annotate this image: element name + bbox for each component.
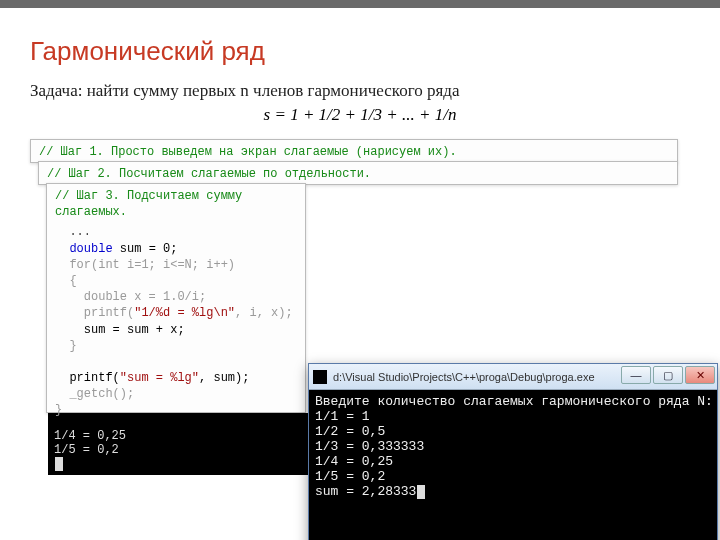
console-back-line: 1/5 = 0,2 [54,443,119,457]
code-keyword: double [69,242,112,256]
console-line: 1/2 = 0,5 [315,424,385,439]
layers: // Шаг 1. Просто выведем на экран слагае… [30,139,690,499]
console-line: sum = 2,28333 [315,484,416,499]
code-line: double x = 1.0/i; [55,290,206,304]
console-body: Введите количество слагаемых гармоническ… [309,390,717,503]
window-buttons: — ▢ ✕ [619,366,715,384]
step3-comment: // Шаг 3. Подсчитаем сумму слагаемых. [55,189,242,219]
step1-comment: // Шаг 1. Просто выведем на экран слагае… [39,145,457,159]
task-text: Задача: найти сумму первых n членов гарм… [30,81,690,101]
app-icon [313,370,327,384]
console-window: d:\Visual Studio\Projects\C++\proga\Debu… [308,363,718,540]
code-text: , i, x); [235,306,293,320]
code-text: printf( [55,306,134,320]
window-titlebar[interactable]: d:\Visual Studio\Projects\C++\proga\Debu… [309,364,717,390]
code3-body: ... double sum = 0; for(int i=1; i<=N; i… [55,224,297,418]
code-text: sum = 0; [113,242,178,256]
code-step2: // Шаг 2. Посчитаем слагаемые по отдельн… [38,161,678,185]
top-accent-bar [0,0,720,8]
code-text: , sum); [199,371,249,385]
console-line: 1/4 = 0,25 [315,454,393,469]
console-back-line: 1/4 = 0,25 [54,429,126,443]
code-line: } [55,403,62,417]
console-line: Введите количество слагаемых гармоническ… [315,394,720,409]
close-button[interactable]: ✕ [685,366,715,384]
code-line: } [55,339,77,353]
task-text-span: Задача: найти сумму первых n членов гарм… [30,81,460,100]
step2-comment: // Шаг 2. Посчитаем слагаемые по отдельн… [47,167,371,181]
maximize-button[interactable]: ▢ [653,366,683,384]
code-string: "sum = %lg" [120,371,199,385]
code-text: printf( [55,371,120,385]
code-line: for(int i=1; i<=N; i++) [55,258,235,272]
console-line: 1/1 = 1 [315,409,370,424]
console-line: 1/5 = 0,2 [315,469,385,484]
code-line: sum = sum + x; [55,323,185,337]
window-title-text: d:\Visual Studio\Projects\C++\proga\Debu… [333,371,595,383]
code-string: "1/%d = %lg\n" [134,306,235,320]
slide-title: Гармонический ряд [30,36,690,67]
cursor-icon [55,457,63,471]
console-line: 1/3 = 0,333333 [315,439,424,454]
formula: s = 1 + 1/2 + 1/3 + ... + 1/n [30,105,690,125]
code-step3: // Шаг 3. Подсчитаем сумму слагаемых. ..… [46,183,306,413]
cursor-icon [417,485,425,499]
code-line: { [55,274,77,288]
code-line: ... [55,225,91,239]
minimize-button[interactable]: — [621,366,651,384]
code-step1: // Шаг 1. Просто выведем на экран слагае… [30,139,678,163]
slide: Гармонический ряд Задача: найти сумму пе… [0,8,720,499]
code-line: _getch(); [55,387,134,401]
